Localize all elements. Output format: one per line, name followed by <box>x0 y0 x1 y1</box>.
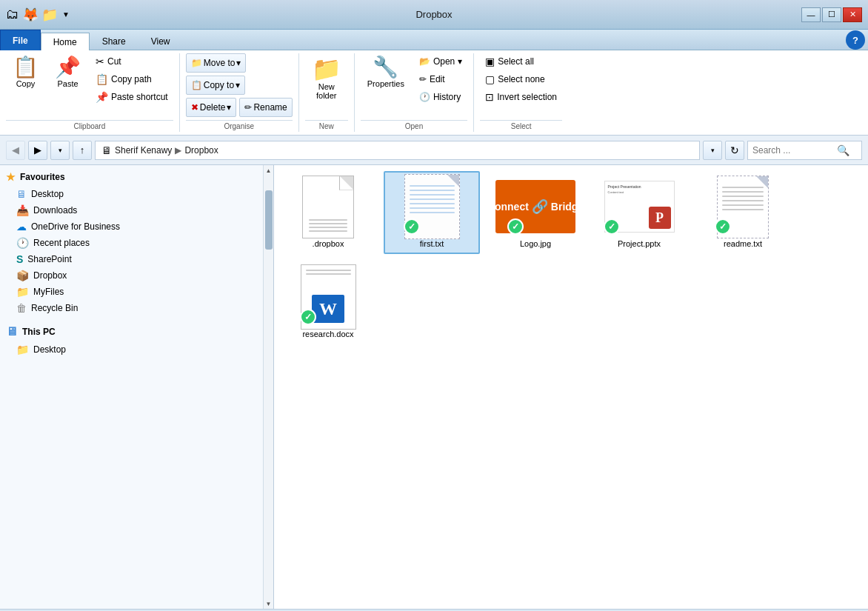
file-name-logo: Logo.jpg <box>520 239 551 248</box>
tab-home[interactable]: Home <box>41 33 90 50</box>
sidebar-item-recycle[interactable]: 🗑 Recycle Bin <box>0 300 273 316</box>
favourites-label: Favourites <box>20 172 65 182</box>
move-to-button[interactable]: 📁 Move to ▾ <box>186 53 247 73</box>
logo-text: Connect <box>487 201 529 213</box>
rename-button[interactable]: ✏ Rename <box>239 98 292 117</box>
copy-button[interactable]: 📋 Copy <box>6 53 45 92</box>
file-item-pptx[interactable]: Project Presentation Content text P ✓ Pr… <box>591 171 687 254</box>
address-dropdown-button[interactable]: ▾ <box>703 141 722 160</box>
title-bar-dropdown[interactable]: ▼ <box>62 10 70 19</box>
move-to-dropdown-icon: ▾ <box>236 58 241 68</box>
file-name-docx: research.docx <box>302 330 353 338</box>
tab-file[interactable]: File <box>0 30 41 50</box>
desktop2-icon: 📁 <box>16 344 29 355</box>
back-button[interactable]: ◀ <box>6 141 25 160</box>
copy-to-button[interactable]: 📋 Copy to ▾ <box>186 76 245 95</box>
scroll-up-arrow[interactable]: ▲ <box>264 165 274 176</box>
cut-button[interactable]: ✂ Cut <box>90 53 173 70</box>
edit-button[interactable]: ✏ Edit <box>414 71 467 87</box>
file-item-docx[interactable]: W ✓ research.docx <box>280 261 376 344</box>
file-item-readme[interactable]: ✓ readme.txt <box>695 171 791 254</box>
check-badge-pptx: ✓ <box>604 218 620 235</box>
delete-icon: ✖ <box>191 102 198 113</box>
lined-file-line <box>410 207 455 209</box>
file-item-dropbox[interactable]: .dropbox <box>280 171 376 254</box>
tab-share[interactable]: Share <box>90 32 138 50</box>
sidebar-item-myfiles[interactable]: 📁 MyFiles <box>0 284 273 300</box>
address-bar: ◀ ▶ ▾ ↑ 🖥 Sherif Kenawy ▶ Dropbox ▾ ↻ 🔍 <box>0 136 868 165</box>
lined-file-line <box>410 203 455 204</box>
app-icon-2: 🦊 <box>22 7 39 23</box>
scroll-thumb[interactable] <box>265 190 273 250</box>
search-input[interactable] <box>752 145 834 156</box>
select-content: ▣ Select all ▢ Select none ⊡ Invert sele… <box>480 53 562 117</box>
file-thumb-docx: W ✓ <box>298 267 358 327</box>
sharepoint-icon: S <box>16 253 23 265</box>
maximize-button[interactable]: ☐ <box>822 7 841 22</box>
breadcrumb-dropbox: Dropbox <box>184 145 218 156</box>
ribbon-tabs: File Home Share View ? <box>0 30 868 50</box>
sidebar-item-downloads[interactable]: 📥 Downloads <box>0 202 273 218</box>
lined-file-line <box>410 212 455 213</box>
up-button[interactable]: ↑ <box>73 141 92 160</box>
sidebar-item-desktop[interactable]: 🖥 Desktop <box>0 186 273 202</box>
file-name-pptx: Project.pptx <box>618 239 661 248</box>
help-button[interactable]: ? <box>846 30 865 50</box>
select-none-button[interactable]: ▢ Select none <box>480 71 562 87</box>
docx-top-lines <box>301 265 355 279</box>
tab-view[interactable]: View <box>138 32 183 50</box>
new-label: New <box>305 120 348 132</box>
logo-bridge-icon: 🔗 <box>532 198 548 215</box>
delete-button[interactable]: ✖ Delete ▾ <box>186 98 237 117</box>
open-content: 🔧 Properties 📂 Open ▾ ✏ Edit 🕐 History <box>361 53 468 117</box>
new-folder-button[interactable]: 📁 Newfolder <box>305 53 348 104</box>
favourites-header[interactable]: ★ Favourites <box>0 168 273 186</box>
search-icon: 🔍 <box>837 144 849 156</box>
invert-icon: ⊡ <box>485 91 494 103</box>
ribbon-group-new: 📁 Newfolder New <box>299 53 355 132</box>
minimize-button[interactable]: — <box>801 7 821 22</box>
scroll-track <box>264 176 273 598</box>
copy-path-button[interactable]: 📋 Copy path <box>90 71 173 87</box>
sidebar-item-onedrive[interactable]: ☁ OneDrive for Business <box>0 218 273 235</box>
scroll-down-arrow[interactable]: ▼ <box>264 598 274 609</box>
sidebar-item-dropbox[interactable]: 📦 Dropbox <box>0 267 273 284</box>
recent-locations-button[interactable]: ▾ <box>50 141 70 160</box>
readme-line <box>722 196 764 197</box>
file-item-logo[interactable]: Connect 🔗 Bridge ✓ Logo.jpg <box>487 171 584 254</box>
logo-content: Connect 🔗 Bridge <box>487 198 584 215</box>
open-button[interactable]: 📂 Open ▾ <box>414 53 467 70</box>
paste-shortcut-icon: 📌 <box>96 91 108 103</box>
readme-line <box>722 204 764 206</box>
forward-button[interactable]: ▶ <box>28 141 47 160</box>
thispc-header[interactable]: 🖥 This PC <box>0 322 273 341</box>
sidebar-scrollbar[interactable]: ▲ ▼ <box>263 165 273 609</box>
address-path[interactable]: 🖥 Sherif Kenawy ▶ Dropbox <box>95 141 700 160</box>
organise-content: 📁 Move to ▾ 📋 Copy to ▾ ✖ Delete ▾ ✏ Ren… <box>186 53 293 117</box>
select-all-button[interactable]: ▣ Select all <box>480 53 562 70</box>
thispc-icon: 🖥 <box>6 325 18 338</box>
sidebar-item-recent[interactable]: 🕐 Recent places <box>0 235 273 251</box>
file-thumb-pptx: Project Presentation Content text P ✓ <box>602 177 676 236</box>
file-lines <box>303 204 353 238</box>
new-content: 📁 Newfolder <box>305 53 348 117</box>
sidebar-content: ★ Favourites 🖥 Desktop 📥 Downloads ☁ One… <box>0 165 273 609</box>
history-button[interactable]: 🕐 History <box>414 89 467 105</box>
organise-label: Organise <box>186 120 293 132</box>
rename-icon: ✏ <box>244 102 252 113</box>
docx-line <box>306 273 351 275</box>
new-folder-icon: 📁 <box>312 57 341 81</box>
properties-button[interactable]: 🔧 Properties <box>361 53 411 92</box>
sidebar-item-sharepoint[interactable]: S SharePoint <box>0 251 273 267</box>
refresh-button[interactable]: ↻ <box>725 141 744 160</box>
open-label: Open <box>361 120 468 132</box>
file-grid: .dropbox <box>280 171 862 344</box>
paste-button[interactable]: 📌 Paste <box>48 53 87 92</box>
file-item-firsttxt[interactable]: ✓ first.txt <box>384 171 480 254</box>
file-fold <box>340 176 353 190</box>
paste-shortcut-button[interactable]: 📌 Paste shortcut <box>90 89 173 105</box>
close-button[interactable]: ✕ <box>843 7 862 22</box>
sidebar-item-desktop2[interactable]: 📁 Desktop <box>0 341 273 358</box>
docx-line <box>306 270 351 271</box>
invert-selection-button[interactable]: ⊡ Invert selection <box>480 89 562 105</box>
